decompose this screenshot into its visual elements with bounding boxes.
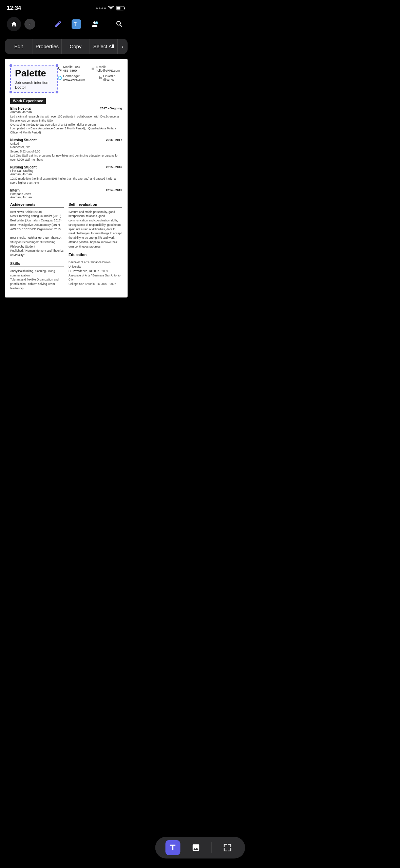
wifi-icon (108, 6, 114, 11)
contact-row-1: 📞 Mobile: 123-456-7890 ✉ E-mail: hello@W… (58, 65, 122, 72)
pen-tool-button[interactable] (52, 18, 64, 30)
svg-text:T: T (74, 21, 77, 27)
corner-handle-br (56, 91, 58, 93)
mobile-contact: 📞 Mobile: 123-456-7890 (58, 65, 86, 72)
name-block: Palette Job search intention：Doctor (10, 65, 58, 93)
left-column: Achievements Best News Article (2020) Mo… (10, 202, 64, 291)
self-evaluation-text: IMature and stable personality, good int… (69, 210, 122, 249)
top-toolbar: T (0, 14, 132, 35)
job-date: 2015 - 2016 (106, 165, 122, 169)
home-button[interactable] (7, 17, 21, 31)
job-location: Amman, Jordan (10, 196, 32, 199)
corner-handle-bl (9, 91, 12, 93)
menu-more-button[interactable]: › (118, 39, 128, 54)
resume-header: Palette Job search intention：Doctor 📞 Mo… (10, 65, 122, 93)
job-description: 10/30 made it to the final exam (50% hig… (10, 177, 122, 185)
search-button[interactable] (113, 18, 126, 30)
job-title: Intern (10, 188, 32, 192)
edit-menu-item[interactable]: Edit (5, 39, 33, 54)
job-header: Nursing Student First Call Staffing Amma… (10, 165, 122, 176)
self-evaluation-title: Self - evaluation (69, 202, 122, 208)
job-company: United (10, 142, 37, 145)
homepage-contact: 🌐 Homepage: www.WPS.com (58, 74, 94, 82)
resume-name: Palette (15, 68, 53, 79)
job-description: Scored 5.82 out of 6.00Led One Staff tra… (10, 150, 122, 162)
work-experience-title: Work Experience (10, 98, 46, 104)
achievements-title: Achievements (10, 202, 64, 208)
job-date: 2017 - Ongoing (100, 107, 122, 110)
status-time: 12:34 (7, 5, 21, 12)
globe-icon: 🌐 (58, 76, 62, 80)
toolbar-right: T (52, 18, 126, 30)
work-experience-section: Work Experience Ellis Hospital 2017 - On… (10, 97, 122, 199)
job-item: Nursing Student First Call Staffing Amma… (10, 165, 122, 185)
education-title: Education (69, 253, 122, 258)
linkedin-contact: in LinkedIn: @WPS (99, 74, 122, 82)
skills-text: Analytical thinking, planning Strong com… (10, 269, 64, 291)
document-container: Palette Job search intention：Doctor 📞 Mo… (5, 59, 128, 297)
skills-title: Skills (10, 261, 64, 267)
toolbar-divider (107, 19, 107, 29)
phone-icon: 📞 (58, 67, 62, 71)
resume-subtitle: Job search intention：Doctor (15, 80, 53, 89)
job-item: Nursing Student United Rochester, NY 201… (10, 138, 122, 162)
job-header: Ellis Hospital 2017 - Ongoing (10, 107, 122, 110)
email-contact: ✉ E-mail: hello@WPS.com (92, 65, 122, 72)
contact-row-2: 🌐 Homepage: www.WPS.com in LinkedIn: @WP… (58, 74, 122, 82)
job-location: Rochester, NY (10, 145, 37, 149)
email-icon: ✉ (92, 67, 94, 71)
translate-button[interactable]: T (70, 18, 82, 30)
job-header: Intern Pompano Joe's Amman, Jordan 2014 … (10, 188, 122, 199)
status-bar: 12:34 (0, 0, 132, 14)
status-icons (96, 6, 126, 11)
contact-block: 📞 Mobile: 123-456-7890 ✉ E-mail: hello@W… (58, 65, 122, 82)
toolbar-left (7, 17, 35, 31)
svg-rect-1 (116, 7, 120, 10)
job-title: Nursing Student (10, 165, 37, 169)
job-location: Amman, Jordan (10, 173, 37, 176)
linkedin-icon: in (99, 76, 102, 80)
job-title: Nursing Student (10, 138, 37, 142)
job-title: Ellis Hospital (10, 107, 32, 110)
job-description: Led a clinical research trial with over … (10, 115, 122, 135)
job-header: Nursing Student United Rochester, NY 201… (10, 138, 122, 149)
achievements-list: Best News Article (2020) Most Promising … (10, 210, 64, 257)
job-date: 2014 - 2015 (106, 188, 122, 192)
dropdown-button[interactable] (24, 19, 35, 30)
battery-icon (116, 6, 126, 11)
right-column: Self - evaluation IMature and stable per… (69, 202, 122, 291)
svg-rect-2 (124, 7, 125, 9)
properties-menu-item[interactable]: Properties (33, 39, 62, 54)
job-date: 2016 - 2017 (106, 138, 122, 142)
select-all-menu-item[interactable]: Select All (90, 39, 118, 54)
education-text: Bachelor of Arts / Finance Brown Univers… (69, 260, 122, 286)
job-company: Pompano Joe's (10, 192, 32, 196)
context-menu: Edit Properties Copy Select All › (5, 39, 128, 54)
user-settings-button[interactable] (89, 18, 101, 30)
job-company: First Call Staffing (10, 169, 37, 173)
job-location: Amman, Jordan (10, 110, 122, 114)
job-item: Ellis Hospital 2017 - Ongoing Amman, Jor… (10, 107, 122, 135)
two-col-section: Achievements Best News Article (2020) Mo… (10, 202, 122, 291)
signal-icon (96, 7, 106, 9)
copy-menu-item[interactable]: Copy (62, 39, 90, 54)
job-item: Intern Pompano Joe's Amman, Jordan 2014 … (10, 188, 122, 199)
